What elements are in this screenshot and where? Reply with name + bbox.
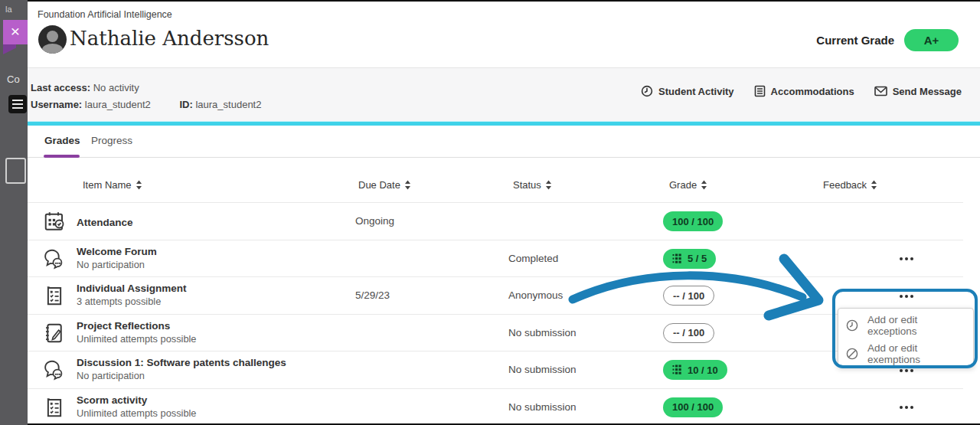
grades-table: Item Name Due Date Status Grade Feedback <box>28 158 980 423</box>
current-grade-badge[interactable]: A+ <box>904 29 959 51</box>
block-icon <box>846 348 858 360</box>
accommodations-button[interactable]: Accommodations <box>754 85 854 97</box>
due-date-cell: Ongoing <box>355 215 394 227</box>
table-row: Scorm activity Unlimited attempts possib… <box>28 388 963 425</box>
grade-pill[interactable]: 5 / 5 <box>663 249 716 269</box>
send-message-button[interactable]: Send Message <box>874 85 962 97</box>
column-header-feedback[interactable]: Feedback <box>823 179 877 191</box>
student-activity-button[interactable]: Student Activity <box>641 85 733 97</box>
column-header-grade[interactable]: Grade <box>669 179 707 191</box>
sort-icon <box>545 180 552 190</box>
course-title: Foundation Artificial Intelligence <box>38 9 172 20</box>
sort-icon <box>404 180 411 190</box>
menu-item-add-exemptions[interactable]: Add or edit exemptions <box>838 342 973 365</box>
background-menu-icon <box>8 95 27 113</box>
item-subtitle: 3 attempts possible <box>77 296 187 307</box>
item-title[interactable]: Individual Assignment <box>77 283 187 294</box>
feedback-overflow-menu-button[interactable] <box>891 389 922 425</box>
status-cell: No submission <box>508 364 577 375</box>
username-value: laura_student2 <box>85 99 151 110</box>
attendance-calendar-icon <box>43 210 66 233</box>
accommodations-icon <box>754 85 766 97</box>
item-title[interactable]: Project Reflections <box>77 320 196 332</box>
table-row: Individual Assignment 3 attempts possibl… <box>28 276 963 314</box>
last-access-line: Last access: No activity <box>31 82 139 93</box>
background-card-outline <box>5 158 26 184</box>
grade-pill[interactable]: -- / 100 <box>663 323 714 343</box>
table-header-row: Item Name Due Date Status Grade Feedback <box>28 179 963 202</box>
due-date-cell: 5/29/23 <box>355 289 390 301</box>
status-cell: No submission <box>508 401 577 413</box>
username-id-line: Username: laura_student2 ID: laura_stude… <box>31 99 261 110</box>
sort-icon <box>871 180 877 190</box>
sort-icon <box>136 180 142 190</box>
assignment-icon <box>43 284 66 307</box>
student-name: Nathalie Andersson <box>70 27 269 50</box>
grade-pill[interactable]: 10 / 10 <box>663 360 727 380</box>
grade-pill[interactable]: 100 / 100 <box>663 397 723 417</box>
rubric-grid-icon <box>672 365 683 375</box>
tab-progress[interactable]: Progress <box>91 135 132 146</box>
tab-grades[interactable]: Grades <box>44 135 80 146</box>
last-access-label: Last access: <box>31 82 90 93</box>
table-row: Welcome Forum No participation Completed… <box>28 240 963 277</box>
item-title[interactable]: Attendance <box>77 217 133 228</box>
grade-pill[interactable]: -- / 100 <box>663 286 714 306</box>
item-subtitle: No participation <box>77 370 286 381</box>
sort-icon <box>701 180 707 190</box>
envelope-icon <box>874 86 887 96</box>
table-row: Project Reflections Unlimited attempts p… <box>28 314 963 351</box>
current-grade-label: Current Grade <box>816 34 894 47</box>
column-header-due-date[interactable]: Due Date <box>358 179 411 191</box>
tabs-bar: Grades Progress <box>28 126 980 158</box>
id-label: ID: <box>179 99 192 110</box>
menu-item-add-exceptions[interactable]: Add or edit exceptions <box>838 313 973 337</box>
background-partial-text: la <box>5 5 12 14</box>
item-subtitle: No participation <box>77 259 157 270</box>
student-activity-label: Student Activity <box>658 86 733 97</box>
item-title[interactable]: Scorm activity <box>77 394 196 406</box>
table-row: Discussion 1: Software patents challenge… <box>28 351 963 388</box>
avatar <box>38 25 67 54</box>
grade-pill[interactable]: 100 / 100 <box>663 211 723 231</box>
background-partial-text: Co <box>7 74 20 85</box>
close-panel-button[interactable]: × <box>3 20 28 44</box>
table-row: Attendance Ongoing 100 / 100 <box>28 202 963 240</box>
student-header: Foundation Artificial Intelligence Natha… <box>28 2 980 67</box>
discussion-icon <box>43 358 66 381</box>
assignment-icon <box>43 396 66 419</box>
accommodations-label: Accommodations <box>771 86 854 97</box>
username-label: Username: <box>31 99 82 110</box>
student-info-bar: Last access: No activity Username: laura… <box>28 67 980 121</box>
background-page-strip: la Co <box>0 0 28 425</box>
clock-icon <box>846 319 858 332</box>
column-header-status[interactable]: Status <box>513 179 552 191</box>
send-message-label: Send Message <box>893 86 962 97</box>
feedback-overflow-menu-button[interactable] <box>891 240 922 278</box>
status-cell: No submission <box>508 327 577 338</box>
rubric-grid-icon <box>672 253 683 264</box>
status-cell: Anonymous <box>508 289 563 301</box>
student-grades-overlay: la Co × Foundation Artificial Intelligen… <box>0 0 980 425</box>
status-cell: Completed <box>508 253 558 264</box>
column-header-item-name[interactable]: Item Name <box>83 179 142 191</box>
clock-icon <box>641 85 653 97</box>
feedback-context-menu: Add or edit exceptions Add or edit exemp… <box>838 308 974 368</box>
item-subtitle: Unlimited attempts possible <box>77 407 196 419</box>
discussion-icon <box>43 247 66 270</box>
journal-icon <box>43 322 66 345</box>
item-title[interactable]: Welcome Forum <box>77 246 157 257</box>
item-subtitle: Unlimited attempts possible <box>77 333 196 345</box>
last-access-value: No activity <box>93 82 139 93</box>
item-title[interactable]: Discussion 1: Software patents challenge… <box>77 357 286 368</box>
id-value: laura_student2 <box>195 99 261 110</box>
